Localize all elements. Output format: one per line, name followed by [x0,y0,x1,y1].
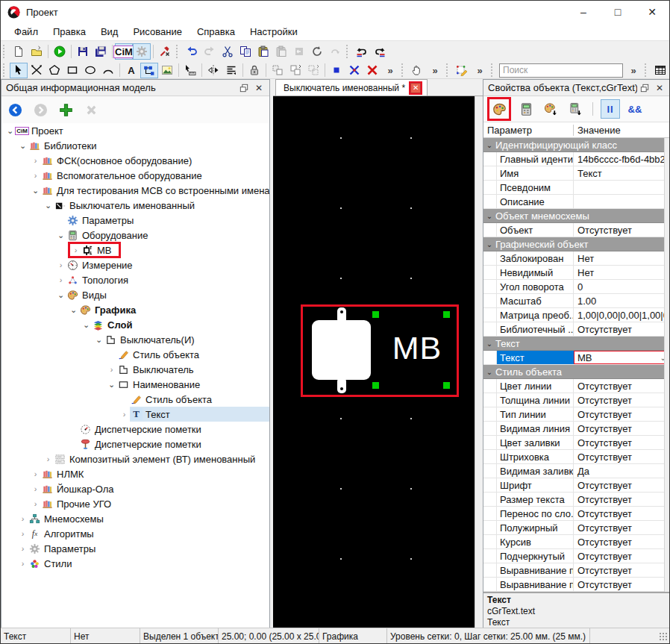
collapse-icon[interactable]: ⌄ [43,201,54,210]
history-undo-button[interactable] [353,43,371,60]
tree-item[interactable]: ›НЛМК [1,466,269,481]
save-all-button[interactable] [92,43,110,60]
overflow-chevron-button[interactable]: » [426,63,444,78]
tools-hammer-button[interactable] [156,43,174,60]
property-group-row[interactable]: ⌄Идентифицирующий класс [483,138,670,152]
collapse-icon[interactable]: ⌄ [55,231,66,240]
collapse-icon[interactable]: ⌄ [483,212,495,220]
connector-tool-button[interactable] [140,63,158,78]
collapse-icon[interactable]: ⌄ [30,186,41,196]
collapse-icon[interactable]: ⌄ [17,141,28,151]
expand-icon[interactable]: › [30,469,41,478]
menu-3[interactable]: Вид [93,24,126,40]
property-value[interactable]: Отсутствует [574,393,670,407]
overflow-chevron-button[interactable]: » [624,63,642,78]
menu-6[interactable]: Настройки [242,24,305,40]
property-value[interactable]: Отсутствует [574,535,670,548]
property-row[interactable]: ТекстМВ⌄ [483,351,670,365]
copy-button[interactable] [237,43,254,60]
collapse-icon[interactable]: ⌄ [55,290,66,300]
new-file-button[interactable] [10,43,28,60]
property-value[interactable]: Отсутствует [574,493,670,506]
tree-item[interactable]: ›Измерение [1,257,269,272]
tree-item[interactable]: ›Йошкар-Ола [1,481,269,496]
canvas-vertical-scrollbar[interactable] [475,96,483,628]
concat-operator-button[interactable]: && [625,99,645,119]
selection-handle[interactable] [443,311,450,318]
property-value[interactable]: 0 [574,280,670,293]
tree-item[interactable]: Стиль объекта [1,392,269,407]
tree-item[interactable]: ›МВ [1,243,269,257]
tree-item[interactable]: ⌄Выключатель(И) [1,332,269,347]
pause-toggle-button[interactable]: II [601,99,620,119]
toolbar-grip[interactable] [491,63,495,77]
menu-5[interactable]: Справка [190,24,242,40]
property-value[interactable]: Да [574,464,670,478]
device-meter-button[interactable] [516,99,536,119]
add-item-button[interactable] [57,101,75,119]
open-file-button[interactable] [28,43,46,60]
property-row[interactable]: ШрифтОтсутствует [483,478,670,493]
redo-step-button[interactable] [326,43,344,60]
history-redo-button[interactable] [371,43,389,60]
expand-icon[interactable]: › [30,484,41,493]
tree-item[interactable]: ›Композитный элемент (ВТ) именованный [1,451,269,466]
erase-cross-button[interactable] [28,63,46,78]
tree-item[interactable]: ›Топология [1,272,269,287]
tree-item[interactable]: ⌄Для тестирования МСВ со встроенными име… [1,183,269,198]
property-group-row[interactable]: ⌄Графический объект [483,237,670,251]
delete-item-button[interactable] [82,101,100,119]
tree-item[interactable]: ›Параметры [1,541,269,556]
close-panel-icon[interactable]: ✕ [251,81,266,95]
expand-icon[interactable]: › [30,171,41,180]
toolbar-grip[interactable] [401,63,405,77]
property-value[interactable]: Отсутствует [574,379,670,393]
property-value[interactable]: Отсутствует [574,436,670,449]
node-delete-button[interactable] [345,63,363,78]
expand-icon[interactable]: › [17,544,28,553]
expand-icon[interactable]: › [43,454,54,463]
undo-step-button[interactable] [290,43,308,60]
property-group-row[interactable]: ⌄Объект мнемосхемы [483,209,670,223]
tree-item[interactable]: ›Мнемосхемы [1,511,269,526]
property-row[interactable]: Перенос по сло...Отсутствует [483,507,670,521]
toolbar-grip[interactable] [3,63,7,77]
toolbar-grip[interactable] [446,63,450,77]
collapse-icon[interactable]: ⌄ [483,368,495,376]
maximize-button[interactable]: □ [601,1,635,23]
property-value[interactable]: Отсутствует [574,223,670,237]
text-value-combobox[interactable]: МВ⌄ [574,351,670,364]
text-tool-button[interactable]: A [122,63,140,78]
resize-grip[interactable] [659,632,668,641]
property-row[interactable]: Матрица преоб...1,00|0,00|0,00|1,00|0,0.… [483,308,670,322]
property-value[interactable]: Отсутствует [574,521,670,534]
expand-icon[interactable]: › [17,559,28,568]
tree-item[interactable]: ⌄Виды [1,287,269,302]
collapse-icon[interactable]: ⌄ [93,335,104,345]
tree-item[interactable]: Стиль объекта [1,347,269,362]
property-row[interactable]: ПодчеркнутыйОтсутствует [483,549,670,563]
tree-item[interactable]: Диспетчерские пометки [1,437,269,451]
symbol-text[interactable]: МВ [383,330,451,366]
tree-item[interactable]: ⌄Выключатель именованный [1,198,269,213]
toolbar-grip[interactable] [645,63,648,77]
menu-1[interactable]: Файл [7,24,46,40]
property-row[interactable]: Видимая заливкаДа [483,464,670,478]
expand-icon[interactable]: › [17,529,28,538]
minimize-button[interactable]: – [566,1,601,23]
expand-icon[interactable]: › [55,260,66,269]
property-row[interactable]: Библиотечный ...Отсутствует [483,322,670,337]
property-row[interactable]: НевидимыйНет [483,266,670,280]
measure-tool-button[interactable] [181,63,199,78]
property-value[interactable]: Отсутствует [574,549,670,563]
lock-tool-button[interactable] [245,63,263,78]
drawing-canvas[interactable]: МВ [273,96,475,628]
mirror-tool-button[interactable] [204,63,222,78]
property-row[interactable]: Описание [483,195,670,209]
settings-gear-button[interactable] [133,43,151,60]
float-panel-icon[interactable] [237,81,251,95]
float-panel-icon[interactable] [637,81,652,95]
close-button[interactable]: ✕ [635,1,669,23]
group-tool-button[interactable] [269,63,287,78]
edit-nodes-button[interactable] [453,63,471,78]
